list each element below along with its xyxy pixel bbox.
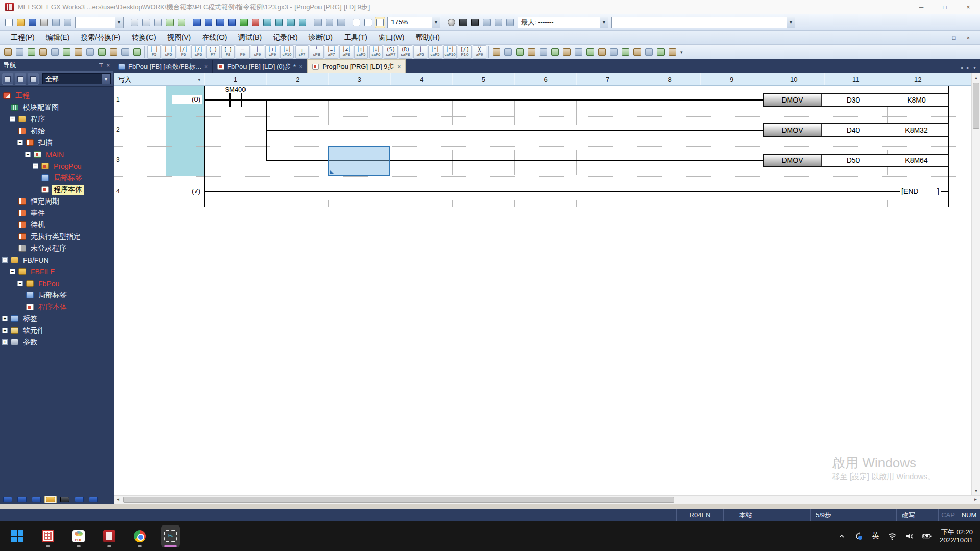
cut-icon[interactable] (129, 17, 140, 28)
ladder-symbol-aF9-button[interactable]: ╳aF9 (473, 45, 486, 59)
new-file-icon[interactable] (4, 17, 14, 28)
instruction-dmov-1[interactable]: DMOV D30 K8M0 (763, 93, 949, 107)
remote-run-icon[interactable] (238, 17, 249, 28)
collapse-icon[interactable]: − (25, 152, 31, 157)
device-list-icon[interactable] (324, 17, 335, 28)
tree-item-软元件[interactable]: +软元件 (0, 324, 113, 336)
tree-collapse-icon[interactable] (2, 73, 13, 85)
tree-item-标签[interactable]: +标签 (0, 313, 113, 324)
ladder-symbol-saF5-button[interactable]: ┤↑├saF5 (354, 45, 368, 59)
horizontal-scrollbar[interactable]: ◄ ► (114, 495, 980, 504)
collapse-icon[interactable]: − (10, 269, 15, 274)
watch-window-icon[interactable] (38, 46, 48, 58)
tray-chevron-up-icon[interactable] (837, 532, 846, 541)
program-check-icon[interactable] (458, 17, 469, 28)
folder-tree-icon[interactable] (44, 496, 57, 503)
menu-item-1[interactable]: 工程(P) (5, 31, 40, 44)
end-instruction[interactable]: [END ] (900, 187, 941, 195)
wifi-icon[interactable] (888, 532, 897, 541)
tab-fbpou-labels[interactable]: FbPou [FB] [函数/FB标... × (114, 60, 213, 73)
ladder-symbol-F8-button[interactable]: [ ]F8 (221, 45, 235, 59)
comment-show-icon[interactable] (61, 46, 72, 58)
monitor-start-icon[interactable] (262, 17, 273, 28)
menu-item-7[interactable]: 调试(B) (232, 31, 267, 44)
toolbar-combo-empty[interactable]: ▼ (75, 17, 124, 28)
fit-width-icon[interactable] (375, 17, 385, 28)
close-tab-icon[interactable]: × (397, 63, 401, 70)
save-icon[interactable] (27, 17, 38, 28)
mdi-minimize-button[interactable]: ─ (935, 35, 944, 41)
vertical-scrollbar[interactable]: ▲ ▼ (971, 73, 980, 495)
undo-icon[interactable] (164, 17, 175, 28)
collapse-icon[interactable]: − (17, 140, 23, 145)
ladder-symbol-sF7-button[interactable]: ┐sF7 (295, 45, 309, 59)
ime-language-indicator[interactable]: 英 (872, 531, 879, 541)
expand-icon[interactable]: + (2, 339, 8, 345)
display-format-icon[interactable] (108, 46, 119, 58)
ladder-symbol-sF5-button[interactable]: ┤ ├sF5 (162, 45, 176, 59)
note-edit-icon[interactable] (632, 46, 643, 58)
statement-edit-icon[interactable] (620, 46, 631, 58)
edit-line-icon[interactable] (561, 46, 572, 58)
tree-item-待机[interactable]: 待机 (0, 219, 113, 231)
options-icon[interactable] (667, 46, 678, 58)
tree-item-扫描[interactable]: −扫描 (0, 137, 113, 148)
open-contact-symbol[interactable] (241, 93, 242, 107)
mdi-restore-button[interactable]: □ (949, 35, 959, 41)
tree-item-程序[interactable]: −程序 (0, 113, 113, 125)
monitor-stop-icon[interactable] (274, 17, 284, 28)
collapse-icon[interactable]: − (2, 257, 8, 263)
volume-icon[interactable] (905, 532, 914, 541)
jump-icon[interactable] (597, 46, 607, 58)
ladder-symbol-caF5-button[interactable]: ┤*├caF5 (428, 45, 442, 59)
ladder-symbol-caF10-button[interactable]: ┤*├caF10 (443, 45, 457, 59)
tab-fbpou-ladder[interactable]: FbPou [FB] [LD] (0)步 * × (213, 60, 307, 73)
ladder-symbol-saF6-button[interactable]: ┤↓├saF6 (369, 45, 383, 59)
cross-ref-window-icon[interactable] (26, 46, 37, 58)
overwrite-mode-icon[interactable] (503, 46, 513, 58)
scroll-up-icon[interactable]: ▲ (972, 73, 980, 82)
ladder-symbol-F5-button[interactable]: ┤ ├F5 (147, 45, 161, 59)
scroll-right-icon[interactable]: ► (971, 496, 980, 504)
menu-item-5[interactable]: 视图(V) (162, 31, 197, 44)
menu-item-12[interactable]: 帮助(H) (410, 31, 445, 44)
ladder-symbol-F10-button[interactable]: [/]F10 (458, 45, 472, 59)
device-monitor2-icon[interactable] (30, 496, 42, 503)
menu-item-3[interactable]: 搜索/替换(F) (75, 31, 126, 44)
delete-line-icon[interactable] (573, 46, 584, 58)
device-comment-edit-icon[interactable] (608, 46, 619, 58)
menu-item-4[interactable]: 转换(C) (126, 31, 161, 44)
ladder-symbol-sF6-button[interactable]: ┤/├sF6 (191, 45, 205, 59)
tree-item-参数[interactable]: +参数 (0, 336, 113, 348)
ladder-symbol-F9-button[interactable]: ─F9 (236, 45, 250, 59)
taskbar-app-grid[interactable] (39, 525, 57, 547)
device-batch-monitor-icon[interactable] (285, 17, 296, 28)
expand-icon[interactable]: + (2, 316, 8, 321)
scroll-left-icon[interactable]: ◄ (114, 496, 122, 504)
tree-filter-combo[interactable]: 全部 ▼ (42, 73, 111, 84)
instruction-dmov-3[interactable]: DMOV D50 K8M64 (763, 154, 949, 167)
gray-ball-icon[interactable] (446, 17, 457, 28)
tree-item-无执行类型指定[interactable]: 无执行类型指定 (0, 231, 113, 242)
ladder-block-icon[interactable] (644, 46, 654, 58)
doc-settings-icon[interactable] (62, 17, 73, 28)
close-tab-icon[interactable]: × (204, 63, 208, 70)
tree-expand-icon[interactable] (15, 73, 26, 85)
tree-item-程序本体[interactable]: 程序本体 (0, 184, 113, 195)
ladder-symbol-saF7-button[interactable]: (S)saF7 (384, 45, 398, 59)
device-grid-icon[interactable] (73, 496, 85, 503)
verify-plc-icon[interactable] (227, 17, 237, 28)
close-button[interactable]: × (957, 0, 980, 14)
copy-icon[interactable] (141, 17, 152, 28)
taskbar-app-chrome[interactable] (131, 525, 149, 547)
paste-icon[interactable] (153, 17, 163, 28)
ladder-symbol-aF8-button[interactable]: ┤≠├aF8 (339, 45, 353, 59)
tree-item-MAIN[interactable]: −MAIN (0, 148, 113, 160)
element-select-icon[interactable] (14, 46, 25, 58)
find-icon[interactable] (336, 17, 347, 28)
minimize-button[interactable]: ─ (910, 0, 933, 14)
menu-item-10[interactable]: 工具(T) (338, 31, 373, 44)
tree-item-ProgPou[interactable]: −ProgPou (0, 160, 113, 172)
tree-item-未登录程序[interactable]: 未登录程序 (0, 242, 113, 254)
cross-reference-icon[interactable] (312, 17, 323, 28)
